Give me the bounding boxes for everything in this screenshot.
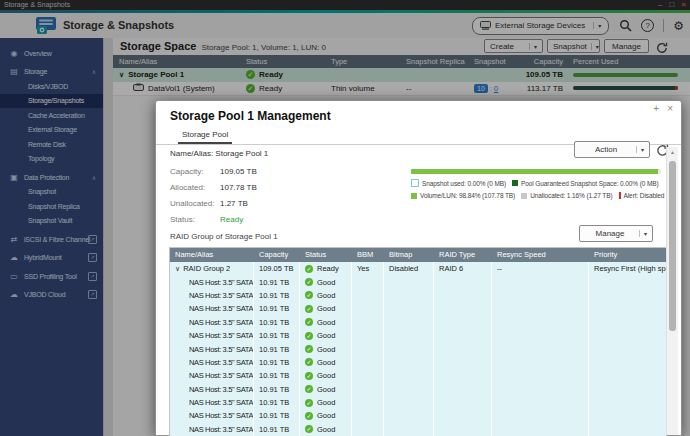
status-ok-icon: ✓: [305, 372, 313, 380]
raid-disk-row[interactable]: NAS Host: 3.5" SATA HDD 5 10.91 TB ✓Good: [170, 329, 666, 342]
legend-swatch: [411, 193, 417, 199]
raid-disk-row[interactable]: NAS Host: 3.5" SATA HDD 4 10.91 TB ✓Good: [170, 316, 666, 329]
status-ok-icon: ✓: [305, 345, 313, 353]
status-ok-icon: ✓: [305, 399, 313, 407]
status-ok-icon: ✓: [305, 425, 313, 433]
capacity-legend: Snapshot used: 0.00% (0 MB)Pool Guarante…: [411, 179, 676, 204]
status-ok-icon: ✓: [305, 291, 313, 299]
legend-item: Volume/LUN: 98.84% (107.78 TB): [411, 192, 515, 199]
raid-disk-row[interactable]: NAS Host: 3.5" SATA HDD 8 10.91 TB ✓Good: [170, 369, 666, 382]
status-ok-icon: ✓: [305, 358, 313, 366]
raid-table-header: Name/Alias Capacity Status BBM Bitmap RA…: [170, 248, 666, 262]
raid-disk-row[interactable]: NAS Host: 3.5" SATA HDD ... 10.91 TB ✓Go…: [170, 396, 666, 409]
scroll-up-icon[interactable]: ▲: [667, 149, 678, 155]
legend-swatch: [619, 192, 621, 199]
legend-item: Unallocated: 1.16% (1.27 TB): [521, 192, 612, 199]
legend-item: Pool Guaranteed Snapshot Space: 0.00% (0…: [512, 180, 659, 187]
legend-item: Alert: Disabled: [619, 192, 665, 199]
status-ok-icon: ✓: [305, 385, 313, 393]
legend-swatch: [521, 193, 527, 199]
unallocated-value: 1.27 TB: [220, 199, 248, 208]
allocated-value: 107.78 TB: [220, 183, 257, 192]
chevron-down-icon: ▾: [639, 230, 647, 237]
raid-disk-row[interactable]: NAS Host: 3.5" SATA HDD ... 10.91 TB ✓Go…: [170, 409, 666, 422]
raid-disk-row[interactable]: NAS Host: 3.5" SATA HDD 6 10.91 TB ✓Good: [170, 342, 666, 355]
scrollbar-thumb[interactable]: [669, 161, 676, 331]
raid-disk-row[interactable]: NAS Host: 3.5" SATA HDD 1 10.91 TB ✓Good: [170, 275, 666, 288]
tab-storage-pool[interactable]: Storage Pool: [178, 130, 232, 144]
status-ok-icon: ✓: [305, 278, 313, 286]
pool-stats: Capacity:109.05 TB Allocated:107.78 TB U…: [170, 167, 257, 231]
raid-disk-row[interactable]: NAS Host: 3.5" SATA HDD 3 10.91 TB ✓Good: [170, 302, 666, 315]
status-ok-icon: ✓: [305, 305, 313, 313]
screen: Storage & Snapshots – □ × Storage & Snap…: [0, 0, 690, 436]
capacity-usage-bar: [411, 169, 661, 174]
status-ok-icon: ✓: [305, 265, 313, 273]
action-button[interactable]: Action ▾: [574, 141, 650, 158]
raid-manage-button[interactable]: Manage ▾: [579, 225, 653, 242]
dialog-maximize-icon[interactable]: +: [653, 103, 659, 115]
expand-caret-icon[interactable]: ∨: [175, 265, 180, 273]
raid-disk-row[interactable]: NAS Host: 3.5" SATA HDD ... 10.91 TB ✓Go…: [170, 423, 666, 436]
status-ok-icon: ✓: [305, 318, 313, 326]
raid-group-label: RAID Group of Storage Pool 1: [170, 232, 278, 241]
raid-disk-row[interactable]: NAS Host: 3.5" SATA HDD 2 10.91 TB ✓Good: [170, 289, 666, 302]
raid-disk-row[interactable]: NAS Host: 3.5" SATA HDD 7 10.91 TB ✓Good: [170, 356, 666, 369]
legend-item: Snapshot used: 0.00% (0 MB): [411, 179, 506, 187]
dialog-close-icon[interactable]: ×: [667, 103, 673, 115]
storage-pool-management-dialog: + × Storage Pool 1 Management Storage Po…: [155, 100, 682, 436]
dialog-scrollbar[interactable]: ▲: [666, 147, 678, 435]
raid-group-row[interactable]: ∨RAID Group 2 109.05 TB ✓Ready Yes Disab…: [170, 262, 666, 275]
legend-swatch: [411, 179, 419, 187]
status-ok-icon: ✓: [305, 332, 313, 340]
chevron-down-icon: ▾: [636, 146, 644, 153]
dialog-title: Storage Pool 1 Management: [170, 109, 331, 123]
raid-disk-row[interactable]: NAS Host: 3.5" SATA HDD 9 10.91 TB ✓Good: [170, 383, 666, 396]
status-ok-icon: ✓: [305, 412, 313, 420]
legend-swatch: [512, 180, 518, 186]
pool-name-alias: Name/Alias: Storage Pool 1: [170, 149, 268, 158]
raid-table: Name/Alias Capacity Status BBM Bitmap RA…: [169, 247, 667, 436]
status-value: Ready: [220, 215, 243, 224]
capacity-value: 109.05 TB: [220, 167, 257, 176]
